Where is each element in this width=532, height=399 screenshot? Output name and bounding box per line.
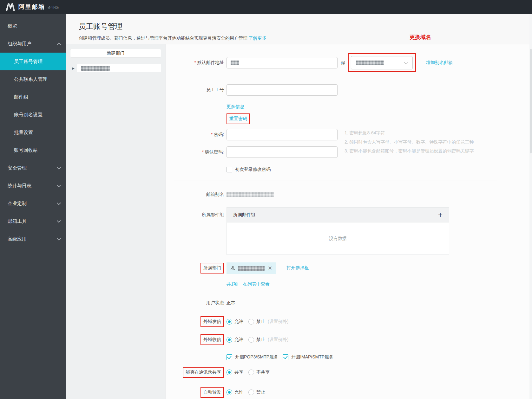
- scrollbar-track[interactable]: [529, 14, 532, 399]
- mail-group-label: 所属邮件组: [166, 207, 224, 218]
- more-info-link[interactable]: 更多信息: [227, 104, 244, 110]
- chevron-down-icon: [404, 60, 408, 64]
- external-send-allow-radio[interactable]: 允许: [227, 319, 243, 325]
- radio-unselected-icon[interactable]: [248, 370, 254, 375]
- learn-more-link[interactable]: 了解更多: [249, 35, 266, 41]
- password-rule-3: 3. 密码不能包含邮箱账号，密码不能是管理员设置的弱密码关键字: [345, 146, 474, 156]
- employee-id-input[interactable]: [227, 84, 338, 96]
- at-sign: @: [341, 60, 345, 65]
- radio-selected-icon[interactable]: [227, 370, 232, 375]
- sidebar-item-label: 公共联系人管理: [14, 76, 47, 82]
- sidebar-item-security[interactable]: 安全管理: [0, 159, 66, 177]
- external-send-annotation-box: 外域发信: [200, 316, 224, 327]
- page-subtitle: 创建和管理成员、部门信息，通过与管理平台其他功能结合实现更灵活安全的用户管理 了…: [79, 35, 532, 41]
- radio-selected-icon[interactable]: [227, 319, 232, 325]
- sidebar-item-account-recycle[interactable]: 账号回收站: [0, 141, 66, 159]
- department-annotation-box: 所属部门: [200, 263, 224, 274]
- external-receive-allow-radio[interactable]: 允许: [227, 337, 243, 343]
- sidebar-item-label: 统计与日志: [8, 183, 31, 189]
- sidebar-item-label: 账号别名设置: [14, 112, 43, 118]
- imap-smtp-checkbox[interactable]: [283, 354, 288, 360]
- email-local-redacted: [231, 61, 239, 65]
- no-share-radio[interactable]: 不共享: [248, 370, 270, 375]
- sidebar-item-label: 企业定制: [8, 201, 27, 207]
- sidebar-item-overview[interactable]: 概览: [0, 17, 66, 35]
- external-receive-annotation-box: 外域收信: [200, 334, 224, 345]
- brand-name: 阿里邮箱: [18, 3, 45, 11]
- email-address-label: *默认邮件地址: [166, 60, 224, 66]
- open-selector-link[interactable]: 打开选择框: [286, 265, 309, 271]
- first-login-change-checkbox[interactable]: [227, 167, 232, 172]
- external-send-label: 外域发信: [203, 319, 221, 324]
- department-chip[interactable]: ✕: [227, 262, 276, 274]
- radio-selected-icon[interactable]: [227, 337, 232, 343]
- radio-unselected-icon[interactable]: [248, 389, 254, 395]
- employee-form: *默认邮件地址 @ 增加别名邮箱: [165, 44, 532, 399]
- auto-forward-annotation-box: 自动转发: [200, 387, 224, 398]
- mail-group-table: 所属邮件组 + 没有数据: [227, 207, 449, 255]
- auto-forward-deny-radio[interactable]: 禁止: [248, 389, 265, 395]
- email-local-input[interactable]: [227, 57, 338, 68]
- chevron-up-icon: [57, 42, 61, 47]
- department-name-redacted: [81, 66, 110, 71]
- sidebar-item-org-users[interactable]: 组织与用户: [0, 35, 66, 53]
- employee-id-label: 员工工号: [166, 87, 224, 93]
- sidebar-item-employee-accounts[interactable]: 员工账号管理: [0, 53, 66, 70]
- sidebar-item-mail-tools[interactable]: 邮箱工具: [0, 212, 66, 230]
- sidebar-item-batch-settings[interactable]: 批量设置: [0, 124, 66, 141]
- external-send-deny-radio[interactable]: 禁止: [248, 319, 265, 325]
- password-input[interactable]: [227, 129, 338, 140]
- alimail-logo-icon: [5, 3, 15, 11]
- domain-redacted: [356, 61, 384, 65]
- chevron-down-icon: [57, 236, 61, 241]
- remove-department-icon[interactable]: ✕: [268, 265, 272, 272]
- sidebar-item-account-alias[interactable]: 账号别名设置: [0, 106, 66, 124]
- sidebar-item-label: 安全管理: [8, 165, 27, 171]
- sidebar-item-label: 邮件组: [14, 94, 28, 100]
- tree-expand-icon[interactable]: ▶: [72, 67, 75, 70]
- sidebar-item-mail-groups[interactable]: 邮件组: [0, 88, 66, 106]
- scrollbar-thumb[interactable]: [530, 49, 532, 153]
- radio-unselected-icon[interactable]: [248, 337, 254, 343]
- sidebar-item-label: 高级应用: [8, 236, 27, 242]
- contacts-share-label: 能否在通讯录共享: [186, 370, 221, 375]
- password-rule-2: 2. 须同时包含大写字母、小写字母、数字、特殊字符中的任意三种: [345, 138, 474, 147]
- sidebar-item-public-contacts[interactable]: 公共联系人管理: [0, 70, 66, 88]
- pop3-smtp-label: 开启POP3/SMTP服务: [235, 354, 278, 360]
- password-rules: 1. 密码长度8-64字符 2. 须同时包含大写字母、小写字母、数字、特殊字符中…: [345, 128, 474, 156]
- mailbox-alias-label: 邮箱别名: [166, 192, 224, 197]
- subtitle-text: 创建和管理成员、部门信息，通过与管理平台其他功能结合实现更灵活安全的用户管理: [79, 35, 247, 41]
- domain-change-annotation: 更换域名: [410, 34, 431, 41]
- chevron-down-icon: [57, 183, 61, 187]
- required-asterisk: *: [211, 132, 213, 137]
- auto-forward-label: 自动转发: [203, 389, 221, 395]
- department-count-text: 共1项: [227, 281, 238, 287]
- mail-group-table-header: 所属邮件组: [233, 212, 255, 218]
- share-radio[interactable]: 共享: [227, 370, 243, 375]
- reset-password-annotation-box: 重置密码: [227, 113, 250, 124]
- topbar: 阿里邮箱 企业版: [0, 0, 532, 14]
- department-label: 所属部门: [203, 265, 221, 270]
- auto-forward-allow-radio[interactable]: 允许: [227, 389, 243, 395]
- radio-unselected-icon[interactable]: [248, 319, 254, 325]
- view-in-list-link[interactable]: 在列表中查看: [243, 281, 270, 287]
- sidebar-item-enterprise-custom[interactable]: 企业定制: [0, 195, 66, 212]
- new-department-button[interactable]: 新建部门: [70, 49, 161, 58]
- required-asterisk: *: [194, 60, 196, 65]
- sidebar-item-label: 批量设置: [14, 130, 33, 136]
- add-mail-group-icon[interactable]: +: [438, 211, 443, 219]
- domain-select[interactable]: [351, 56, 413, 69]
- mailbox-alias-redacted: [227, 192, 274, 197]
- page-header: 员工账号管理 创建和管理成员、部门信息，通过与管理平台其他功能结合实现更灵活安全…: [66, 14, 532, 44]
- department-tree-item[interactable]: ▶: [70, 64, 161, 72]
- department-tree-panel: 新建部门 ▶: [66, 44, 165, 399]
- reset-password-link[interactable]: 重置密码: [229, 116, 247, 121]
- add-alias-link[interactable]: 增加别名邮箱: [426, 60, 453, 66]
- confirm-password-input[interactable]: [227, 146, 338, 158]
- radio-selected-icon[interactable]: [227, 389, 232, 395]
- department-tree-node[interactable]: [77, 64, 161, 72]
- sidebar-item-advanced-apps[interactable]: 高级应用: [0, 230, 66, 248]
- external-receive-deny-radio[interactable]: 禁止: [248, 337, 265, 343]
- sidebar-item-stats-logs[interactable]: 统计与日志: [0, 177, 66, 195]
- pop3-smtp-checkbox[interactable]: [227, 354, 232, 360]
